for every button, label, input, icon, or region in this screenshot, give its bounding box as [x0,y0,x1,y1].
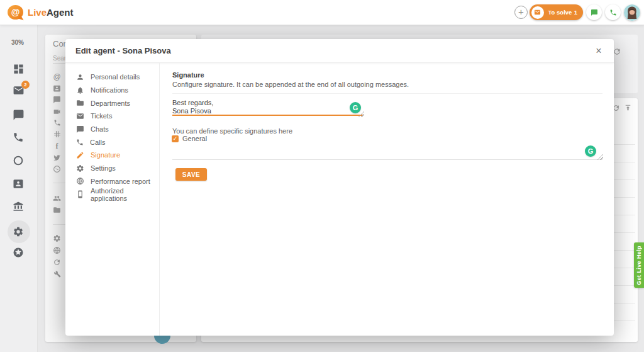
resize-handle[interactable] [358,111,364,117]
user-avatar[interactable] [624,4,640,21]
divider [172,93,602,94]
globe-icon [76,177,84,185]
signature-description: Configure signature. It can be appended … [172,81,409,88]
twitter-icon [53,154,61,162]
signature-heading: Signature [172,71,204,79]
menu-item-calls[interactable]: Calls [65,135,159,149]
menu-item-performance-report[interactable]: Performance report [65,175,159,188]
signature-textarea[interactable]: Best regards, Sona Pisova [172,97,364,116]
add-icon[interactable]: + [514,6,528,19]
pen-icon [76,151,84,159]
specific-signature-textarea[interactable] [172,143,602,160]
wrench-icon [53,270,61,278]
menu-item-chats[interactable]: Chats [65,123,159,136]
sidebar-item-dashboard[interactable] [13,63,25,76]
viber-icon [53,165,61,173]
modal-title: Edit agent - Sona Pisova [75,39,171,63]
bell-icon [76,86,84,94]
at-icon: @ [53,73,61,81]
folder-icon [76,99,84,107]
contact-card-icon [53,84,61,93]
videocam-icon [53,108,61,116]
menu-item-authorized-applications[interactable]: Authorized applications [65,188,159,201]
facebook-icon: f [53,142,61,150]
sidebar-item-calls[interactable] [13,132,25,144]
folder-icon [53,206,61,214]
checkbox-checked-icon[interactable]: ✓ [172,135,179,142]
sidebar-item-addons[interactable] [13,247,25,259]
checkbox-label: General [182,135,207,142]
menu-item-signature[interactable]: Signature [65,149,159,162]
chat-icon [13,109,25,121]
smartphone-icon [76,190,84,198]
dashboard-icon [13,63,25,75]
modal-header: Edit agent - Sona Pisova × [65,39,614,63]
phone-icon [13,132,24,143]
modal-menu: Personal details Notifications Departmen… [65,63,160,336]
avatar-image [624,4,640,21]
get-live-help-button[interactable]: Get Live Help [634,242,644,288]
people-icon [53,195,61,203]
resize-handle[interactable] [597,154,603,160]
globe-icon [53,246,61,254]
grammarly-icon[interactable]: G [585,145,596,157]
refresh-icon [53,258,61,266]
phone-icon [76,139,84,146]
save-button[interactable]: SAVE [175,168,207,181]
edit-agent-modal: Edit agent - Sona Pisova × Personal deta… [65,39,614,336]
sidebar-item-contacts[interactable] [13,178,25,191]
specific-signatures-hint: You can define specific signatures here [172,127,292,135]
menu-item-settings[interactable]: Settings [65,162,159,175]
brand-name: LiveAgent [28,0,74,25]
menu-item-personal-details[interactable]: Personal details [65,71,159,84]
sidebar-item-chats[interactable] [13,109,25,122]
close-icon[interactable]: × [592,45,605,57]
to-solve-count-badge: 1 [574,9,577,16]
phone-icon [53,119,61,127]
envelope-icon [76,112,84,120]
refresh-icon[interactable] [613,47,621,59]
slack-icon [53,130,61,139]
person-icon [76,73,84,81]
sidebar-item-company[interactable] [13,201,25,213]
phone-button[interactable] [605,4,621,20]
upload-icon[interactable] [624,103,632,115]
gear-icon [76,164,84,173]
star-circle-icon [13,247,24,258]
app: Configur @ Em Co Ch Vi Ca Sl f Fa Tw [0,0,644,352]
envelope-icon [531,6,544,19]
contact-card-icon [13,178,24,190]
usage-indicator: 30% [11,39,24,46]
gear-icon [53,234,61,242]
sidebar: 30% 2 [0,25,38,352]
to-solve-button[interactable]: To solve 1 [530,4,583,20]
sidebar-item-ring[interactable] [13,155,25,167]
phone-icon [609,9,617,16]
menu-item-tickets[interactable]: Tickets [65,110,159,123]
general-checkbox-row[interactable]: ✓ General [172,135,207,142]
liveagent-logo-icon[interactable]: @ [8,5,23,20]
mail-count-badge: 2 [21,81,30,89]
chat-icon [76,125,84,133]
menu-item-notifications[interactable]: Notifications [65,84,159,97]
ring-icon [13,155,24,166]
chat-button[interactable] [586,4,602,20]
chat-icon [591,9,598,16]
topbar: @ LiveAgent + To solve 1 [0,0,644,25]
bank-icon [13,201,24,212]
chat-icon [53,96,61,104]
menu-item-departments[interactable]: Departments [65,96,159,110]
gear-icon [13,226,24,237]
sidebar-item-settings[interactable] [13,226,25,239]
